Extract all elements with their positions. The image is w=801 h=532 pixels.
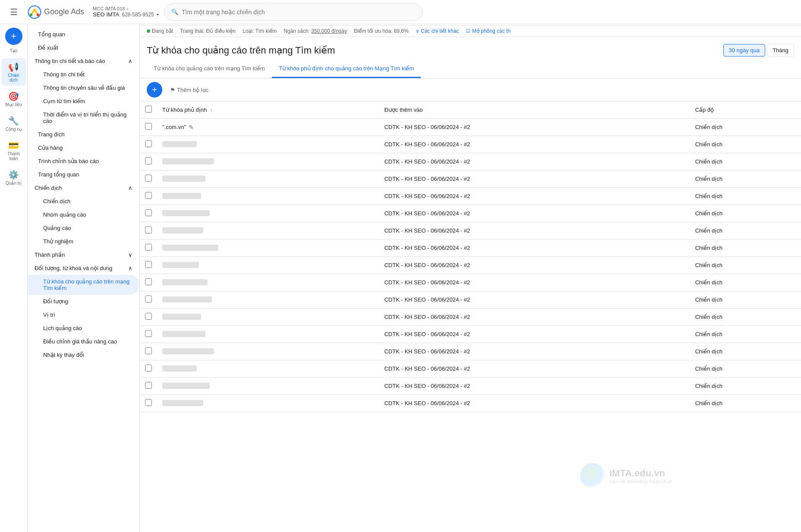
level-cell: Chiến dịch [690, 360, 801, 378]
blurred-keyword: ████████ [162, 314, 201, 320]
keyword-cell: ████████ [157, 222, 379, 239]
tab-tu-khoa-phu-dinh[interactable]: Từ khóa phủ định cho quảng cáo trên Mạng… [272, 60, 421, 78]
search-input[interactable] [182, 9, 416, 16]
nav-nhom-quang-cao[interactable]: Nhóm quảng cáo [28, 208, 139, 221]
nav-cum-tu-tim-kiem[interactable]: Cụm từ tìm kiếm [28, 94, 139, 108]
nav-thanh-phan-section[interactable]: Thành phần ∨ [28, 248, 139, 261]
level-cell: Chiến dịch [690, 188, 801, 205]
row-checkbox[interactable] [145, 330, 152, 337]
nav-chien-dich-chevron: ∧ [128, 185, 132, 191]
table-row: ████████CDTK - KH SEO - 06/06/2024 - #2C… [140, 239, 801, 257]
date-30-days-button[interactable]: 30 ngày qua [723, 44, 766, 57]
date-month-button[interactable]: Tháng [767, 44, 794, 57]
nav-cua-hang[interactable]: Cửa hàng [28, 141, 139, 154]
sidebar-item-billing[interactable]: 💳 Thanh toán [2, 137, 26, 164]
page-header: Từ khóa cho quảng cáo trên mạng Tìm kiếm… [140, 37, 801, 57]
edit-keyword-icon[interactable]: ✎ [189, 124, 194, 131]
nav-vi-tri[interactable]: Vị trí [28, 308, 139, 321]
row-checkbox[interactable] [145, 140, 152, 147]
page-status-label: Trang thái: Đủ điều kiện [180, 28, 236, 34]
nav-quang-cao[interactable]: Quảng cáo [28, 221, 139, 235]
row-checkbox[interactable] [145, 365, 152, 371]
active-dot-icon [147, 29, 150, 33]
keyword-text: ".com.vn" [162, 124, 186, 130]
hamburger-button[interactable]: ☰ [5, 3, 22, 21]
nav-de-xuat[interactable]: Đề xuất [28, 41, 139, 54]
account-name[interactable]: SEO IMTA 628-585-9525 ▾ [93, 11, 159, 18]
row-checkbox[interactable] [145, 227, 152, 233]
added-to-cell: CDTK - KH SEO - 06/06/2024 - #2 [379, 360, 690, 378]
row-checkbox[interactable] [145, 157, 152, 164]
sidebar-item-goals[interactable]: 🎯 Mục tiêu [2, 88, 26, 110]
account-parent: MCC IMTA 018 › [93, 6, 159, 11]
added-to-cell: CDTK - KH SEO - 06/06/2024 - #2 [379, 257, 690, 274]
nav-tu-khoa-active[interactable]: Từ khóa cho quảng cáo trên mạng Tìm kiếm [28, 275, 139, 295]
nav-thong-tin-chi-tiet[interactable]: Thông tin chi tiết [28, 68, 139, 81]
sidebar-item-admin[interactable]: ⚙️ Quản trị [2, 166, 26, 189]
nav-trinh-chinh-sua[interactable]: Trình chỉnh sửa báo cáo [28, 154, 139, 168]
blurred-keyword: ████████ [162, 348, 214, 354]
blurred-keyword: ████████ [162, 279, 208, 285]
col-keyword[interactable]: Từ khóa phủ định ↑ [157, 101, 379, 119]
admin-icon: ⚙️ [8, 170, 19, 180]
nav-thu-nghiem[interactable]: Thử nghiệm [28, 235, 139, 248]
level-cell: Chiến dịch [690, 153, 801, 170]
status-bar: Đang bật Trang thái: Đủ điều kiện Loại: … [140, 25, 801, 37]
blurred-keyword: ████████ [162, 158, 214, 164]
select-all-checkbox[interactable] [145, 106, 152, 113]
row-checkbox[interactable] [145, 244, 152, 251]
keyword-cell: ████████ [157, 378, 379, 395]
sidebar-item-campaigns[interactable]: 📢 Chiến dịch [2, 58, 26, 86]
chevron-down-icon: ∨ [416, 28, 419, 34]
keyword-cell: ████████ [157, 291, 379, 308]
table-row: ████████CDTK - KH SEO - 06/06/2024 - #2C… [140, 274, 801, 291]
row-checkbox[interactable] [145, 347, 152, 354]
nav-thong-tin-chuyen-sau[interactable]: Thông tin chuyên sâu về đấu giá [28, 81, 139, 94]
row-checkbox[interactable] [145, 296, 152, 302]
google-ads-logo[interactable]: Google Ads [28, 5, 84, 19]
added-to-cell: CDTK - KH SEO - 06/06/2024 - #2 [379, 153, 690, 170]
nav-thong-tin-chevron: ∧ [128, 58, 132, 64]
nav-doi-tuong-section[interactable]: Đối tượng, từ khoá và nội dung ∧ [28, 261, 139, 275]
filter-button[interactable]: ⚑ Thêm bộ lọc [166, 84, 213, 96]
search-bar[interactable]: 🔍 [164, 3, 423, 21]
blurred-keyword: ████████ [162, 296, 212, 302]
add-keyword-button[interactable]: + [147, 82, 162, 98]
keyword-cell: ████████ [157, 343, 379, 360]
nav-dieu-chinh-gia[interactable]: Điều chỉnh giá thầu nâng cao [28, 335, 139, 348]
nav-chien-dich[interactable]: Chiến dịch [28, 195, 139, 208]
sidebar-item-tools[interactable]: 🔧 Công cụ [2, 112, 26, 135]
nav-thoi-diem[interactable]: Thời điểm và vị trí hiển thị quảng cáo [28, 108, 139, 128]
row-checkbox[interactable] [145, 123, 152, 130]
nav-doi-tuong[interactable]: Đối tượng [28, 295, 139, 308]
row-checkbox[interactable] [145, 261, 152, 268]
open-simulations-link[interactable]: ☑ Mở phỏng các th [466, 28, 511, 34]
row-checkbox[interactable] [145, 209, 152, 216]
row-checkbox[interactable] [145, 278, 152, 285]
nav-lich-quang-cao[interactable]: Lịch quảng cáo [28, 321, 139, 335]
more-details-link[interactable]: ∨ Các chi tiết khác [416, 28, 459, 34]
nav-trang-dich[interactable]: Trang đích [28, 128, 139, 141]
filter-icon: ⚑ [170, 87, 175, 93]
blurred-keyword: ████████ [162, 227, 203, 233]
level-cell: Chiến dịch [690, 205, 801, 222]
nav-nhat-ky[interactable]: Nhật ký thay đổi [28, 348, 139, 362]
added-to-cell: CDTK - KH SEO - 06/06/2024 - #2 [379, 170, 690, 188]
nav-tong-quan[interactable]: Tổng quan [28, 28, 139, 41]
row-checkbox[interactable] [145, 175, 152, 182]
nav-thong-tin-section[interactable]: Thông tin chi tiết và báo cáo ∧ [28, 54, 139, 68]
added-to-cell: CDTK - KH SEO - 06/06/2024 - #2 [379, 119, 690, 136]
row-checkbox[interactable] [145, 192, 152, 199]
row-checkbox[interactable] [145, 382, 152, 389]
row-checkbox[interactable] [145, 399, 152, 406]
nav-chien-dich-section[interactable]: Chiến dịch ∧ [28, 181, 139, 195]
goals-label: Mục tiêu [5, 102, 22, 107]
added-to-cell: CDTK - KH SEO - 06/06/2024 - #2 [379, 222, 690, 239]
added-to-cell: CDTK - KH SEO - 06/06/2024 - #2 [379, 308, 690, 326]
nav-trang-tong-quan[interactable]: Trang tổng quan [28, 168, 139, 181]
create-button[interactable]: + [5, 28, 22, 45]
logo-text: Google Ads [44, 7, 84, 16]
table-row: ████████CDTK - KH SEO - 06/06/2024 - #2C… [140, 222, 801, 239]
row-checkbox[interactable] [145, 313, 152, 320]
tab-tu-khoa-qc[interactable]: Từ khóa cho quảng cáo trên mạng Tìm kiếm [147, 60, 272, 78]
